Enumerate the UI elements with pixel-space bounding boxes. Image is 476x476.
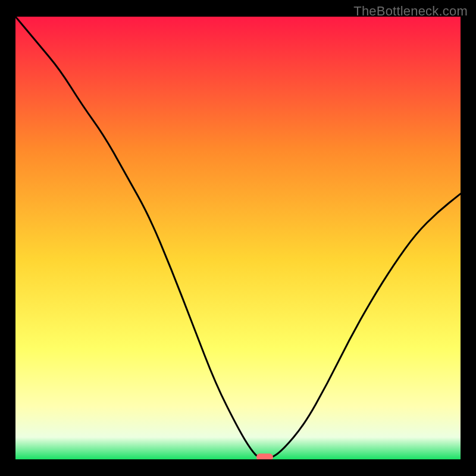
optimal-point-marker [256,453,273,459]
gradient-background [15,17,461,459]
bottleneck-chart [15,17,461,459]
plot-area [15,17,461,459]
chart-frame: TheBottleneck.com [0,0,476,476]
